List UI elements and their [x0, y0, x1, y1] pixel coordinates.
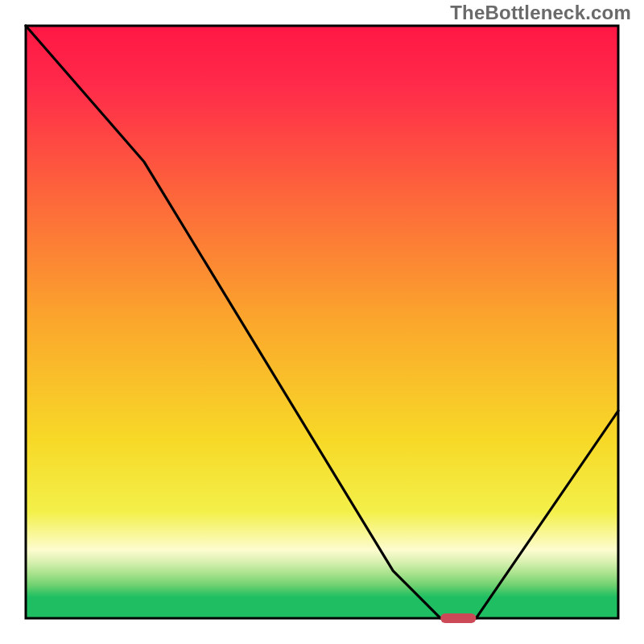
- plot-background: [26, 26, 618, 618]
- bottleneck-chart: [0, 0, 644, 644]
- optimum-marker: [440, 613, 476, 623]
- chart-stage: TheBottleneck.com: [0, 0, 644, 644]
